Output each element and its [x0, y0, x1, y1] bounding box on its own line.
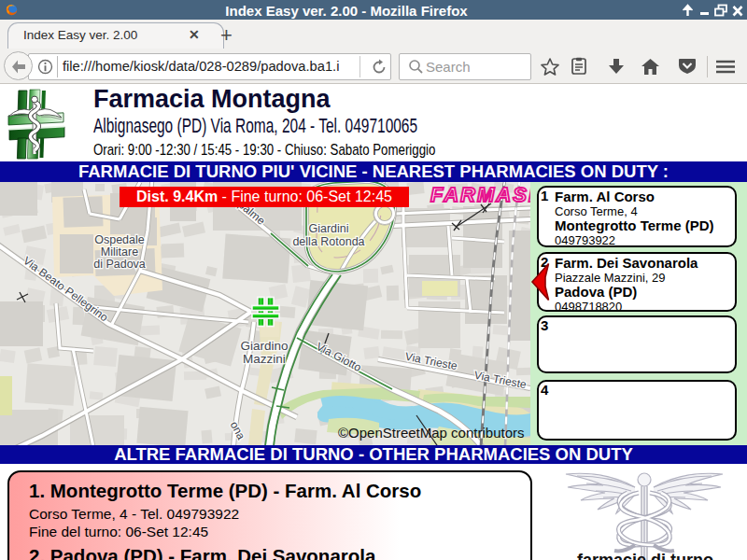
- svg-text:Ospedale: Ospedale: [94, 233, 145, 246]
- svg-text:Giardino: Giardino: [240, 339, 288, 353]
- svg-text:Mazzini: Mazzini: [243, 352, 286, 366]
- svg-text:della Rotonda: della Rotonda: [292, 235, 364, 248]
- svg-text:Militare: Militare: [101, 245, 138, 259]
- svg-text:di Padova: di Padova: [93, 258, 146, 271]
- svg-text:Giardini: Giardini: [308, 222, 348, 235]
